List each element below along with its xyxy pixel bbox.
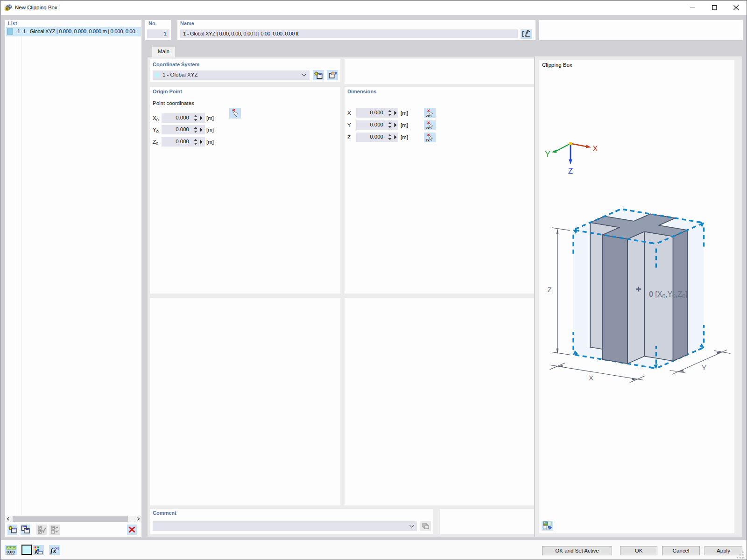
svg-text:Y: Y <box>702 364 706 371</box>
svg-text:0.00: 0.00 <box>7 550 15 554</box>
svg-text:Y: Y <box>545 150 550 159</box>
svg-text:fx: fx <box>50 547 56 554</box>
svg-text:6: 6 <box>6 7 8 11</box>
svg-text:Z: Z <box>568 167 573 175</box>
svg-text:X: X <box>592 144 598 153</box>
svg-text:A: A <box>35 550 38 554</box>
svg-text:2x: 2x <box>426 114 430 118</box>
svg-text:Z: Z <box>547 286 551 294</box>
svg-text:X: X <box>589 374 593 382</box>
svg-text:2x: 2x <box>426 138 430 142</box>
svg-text:2x: 2x <box>426 126 430 130</box>
